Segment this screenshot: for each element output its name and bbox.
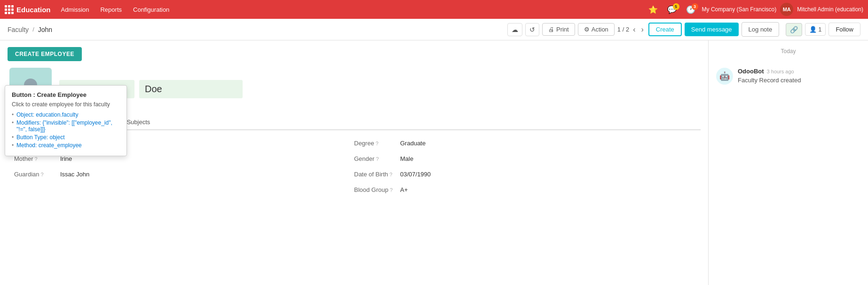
chat-msg-header: OdooBot 3 hours ago [738,68,860,75]
chat-today-label: Today [709,40,868,62]
chat-time: 3 hours ago [767,69,794,74]
degree-field-row: Degree ? Graduate [354,140,694,147]
chat-message: 🤖 OdooBot 3 hours ago Faculty Record cre… [709,62,868,90]
tooltip-key-method: Method: [16,142,39,149]
print-button[interactable]: 🖨 Print [542,23,575,36]
degree-value: Graduate [400,140,426,147]
grid-icon [5,5,14,14]
next-page-btn[interactable]: › [639,24,645,35]
upload-icon-btn[interactable]: ☁ [507,23,522,36]
guardian-help: ? [40,172,43,177]
prev-page-btn[interactable]: ‹ [631,24,637,35]
guardian-value: Issac John [60,171,89,178]
top-navigation: Education Admission Reports Configuratio… [0,0,868,19]
action-button[interactable]: ⚙ Action [578,23,615,36]
tooltip-key-object: Object: [16,111,36,118]
follow-button[interactable]: Follow [829,23,860,36]
mother-help: ? [34,156,37,162]
bot-avatar: 🤖 [716,68,733,85]
follower-number: 1 [818,26,821,33]
link-icon-btn[interactable]: 🔗 [786,23,802,36]
company-name: My Company (San Francisco) [702,6,777,13]
menu-reports[interactable]: Reports [95,0,127,19]
tooltip-title: Button : Create Employee [12,91,120,98]
gender-label: Gender ? [354,155,396,162]
top-menu: Admission Reports Configuration [55,0,175,19]
breadcrumb-separator: / [32,26,34,33]
refresh-icon-btn[interactable]: ↺ [525,23,539,36]
mother-value: Irine [60,155,72,162]
gender-help: ? [376,156,379,162]
dob-value: 03/07/1990 [400,171,431,178]
app-logo[interactable]: Education [5,5,51,14]
clock-icon-btn[interactable]: 🕐 3 [683,3,698,16]
tooltip-item-modifiers: Modifiers: {"invisible": [["employee_id"… [12,119,120,133]
create-employee-button[interactable]: CREATE EMPLOYEE [8,47,82,61]
tooltip-item-object: Object: education.faculty [12,111,120,118]
log-note-button[interactable]: Log note [742,22,780,37]
tooltip-popup: Button : Create Employee Click to create… [5,85,127,156]
person-icon: 👤 [809,26,817,33]
tooltip-item-method: Method: create_employee [12,142,120,149]
print-icon: 🖨 [548,26,554,33]
blood-group-label: Blood Group ? [354,186,396,193]
dob-label: Date of Birth ? [354,171,396,178]
guardian-label: Guardian ? [14,171,56,178]
chat-icon-btn[interactable]: 💬 5 [664,3,679,16]
create-button[interactable]: Create [648,23,682,36]
tooltip-item-btntype: Button Type: object [12,134,120,141]
form-col-right: Degree ? Graduate Gender ? Male Date of … [354,140,694,202]
follow-section: 🔗 👤 1 Follow [786,23,860,36]
chat-panel: Today 🤖 OdooBot 3 hours ago Faculty Reco… [708,40,868,285]
form-area: CREATE EMPLOYEE Button : Create Employee… [0,40,708,285]
blood-group-field-row: Blood Group ? A+ [354,186,694,193]
user-name: Mitchell Admin (education) [797,6,863,13]
tooltip-val-object: education.faculty [36,111,78,118]
clock-badge: 3 [692,3,698,10]
faculty-name-fields [59,80,699,98]
breadcrumb-actions: ☁ ↺ 🖨 Print ⚙ Action 1 / 2 ‹ › Create Se… [507,22,860,37]
tooltip-val-method: create_employee [39,142,82,149]
chat-badge: 5 [673,3,679,10]
gender-field-row: Gender ? Male [354,155,694,162]
blood-group-value: A+ [400,186,408,193]
topnav-right: ⭐ 💬 5 🕐 3 My Company (San Francisco) MA … [646,3,863,16]
dob-field-row: Date of Birth ? 03/07/1990 [354,171,694,178]
chat-msg-content: OdooBot 3 hours ago Faculty Record creat… [738,68,860,85]
tooltip-description: Click to create employee for this facult… [12,101,120,108]
star-icon-btn[interactable]: ⭐ [646,3,661,16]
send-message-button[interactable]: Send message [685,23,739,36]
degree-help: ? [376,141,379,146]
blood-group-help: ? [390,187,393,193]
breadcrumb-parent[interactable]: Faculty [8,26,29,33]
gear-icon: ⚙ [584,26,590,33]
guardian-field-row: Guardian ? Issac John [14,171,354,178]
mother-field-row: Mother ? Irine [14,155,354,162]
page-navigation: 1 / 2 ‹ › [617,24,646,35]
menu-admission[interactable]: Admission [55,0,95,19]
tooltip-key-modifiers: Modifiers: [16,119,42,126]
degree-label: Degree ? [354,140,396,147]
mother-label: Mother ? [14,155,56,162]
menu-configuration[interactable]: Configuration [127,0,175,19]
dob-help: ? [389,172,392,177]
main-content: CREATE EMPLOYEE Button : Create Employee… [0,40,868,285]
last-name-input[interactable] [139,80,243,98]
chat-text: Faculty Record created [738,77,860,84]
app-name: Education [16,6,51,14]
gender-value: Male [400,155,413,162]
tooltip-key-btntype: Button Type: [16,134,50,141]
tooltip-val-btntype: object [50,134,65,141]
breadcrumb-bar: Faculty / John ☁ ↺ 🖨 Print ⚙ Action 1 / … [0,19,868,40]
avatar[interactable]: MA [780,3,793,16]
chat-sender: OdooBot [738,68,764,75]
follower-count-btn[interactable]: 👤 1 [805,23,826,36]
page-info: 1 / 2 [617,26,629,33]
breadcrumb-current: John [38,26,52,33]
